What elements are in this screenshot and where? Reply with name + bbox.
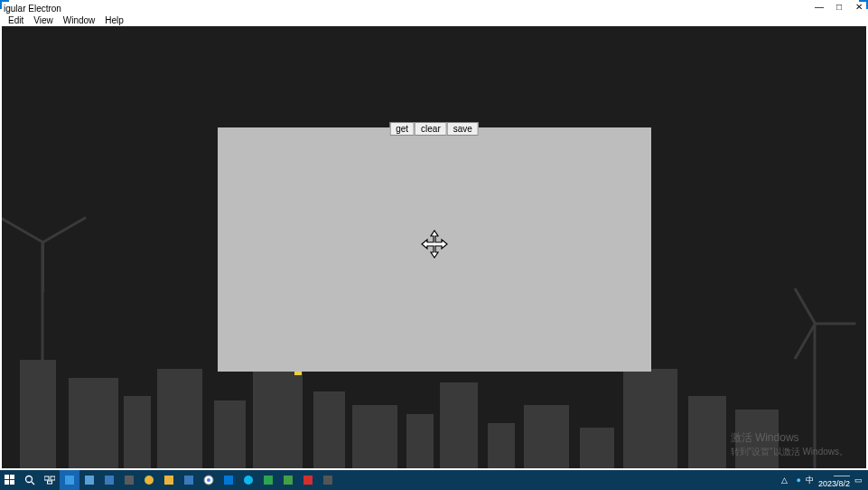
svg-rect-24 [323,476,332,485]
tray-icon[interactable]: ● [797,476,801,485]
maximize-button[interactable]: □ [834,2,845,12]
menubar: Edit View Window Help [2,14,866,26]
taskbar-app[interactable] [258,470,278,490]
watermark-line1: 激活 Windows [731,431,848,446]
taskbar-app[interactable] [99,470,119,490]
taskbar-app[interactable] [298,470,318,490]
svg-rect-9 [65,476,74,485]
svg-rect-3 [10,480,14,485]
svg-rect-15 [184,476,193,485]
app-content: get clear save 激活 Windows 转到"设置"以激活 Wind… [2,26,866,468]
taskbar-app[interactable] [119,470,139,490]
tray-overflow-icon[interactable]: △ [781,476,788,485]
window-title: igular Electron [4,4,61,14]
svg-rect-1 [10,475,14,479]
taskbar-app[interactable] [219,470,238,490]
save-button[interactable]: save [447,122,479,136]
activation-watermark: 激活 Windows 转到"设置"以激活 Windows。 [731,431,848,457]
start-button[interactable] [0,470,20,490]
svg-rect-19 [224,476,233,485]
watermark-line2: 转到"设置"以激活 Windows。 [731,446,848,457]
toolbar: get clear save [389,122,479,136]
taskbar-app[interactable] [139,470,159,490]
taskbar-app[interactable] [278,470,298,490]
taskbar-app[interactable] [79,470,99,490]
svg-rect-21 [264,476,273,485]
taskbar-app[interactable] [60,470,79,490]
svg-rect-7 [51,476,55,480]
taskbar-app[interactable] [179,470,199,490]
close-button[interactable]: ✕ [854,2,864,12]
svg-point-4 [26,476,33,483]
svg-rect-22 [284,476,293,485]
menu-help[interactable]: Help [100,15,128,25]
svg-rect-8 [48,481,52,484]
get-button[interactable]: get [389,122,415,136]
app-window: igular Electron — □ ✕ Edit View Window H… [2,2,866,468]
ime-indicator[interactable]: 中 [806,475,814,486]
search-icon[interactable] [20,470,40,490]
svg-point-20 [244,476,253,485]
svg-rect-6 [44,476,49,480]
taskbar[interactable]: △ ● 中 —— 2023/8/2 ▭ [0,470,868,490]
minimize-button[interactable]: — [814,2,825,12]
svg-rect-14 [164,476,173,485]
svg-rect-12 [125,476,134,485]
menu-edit[interactable]: Edit [4,15,28,25]
svg-point-18 [207,478,210,482]
clear-button[interactable]: clear [415,122,447,136]
menu-window[interactable]: Window [59,15,100,25]
svg-rect-0 [5,475,9,479]
svg-line-5 [32,482,34,485]
svg-rect-10 [85,476,94,485]
svg-rect-23 [303,476,313,485]
taskbar-app[interactable] [199,470,219,490]
taskbar-app[interactable] [238,470,258,490]
notification-center-icon[interactable]: ▭ [854,476,863,485]
clock-date: 2023/8/2 [818,480,850,488]
menu-view[interactable]: View [29,15,58,25]
canvas-area[interactable] [218,127,651,372]
taskbar-app[interactable] [318,470,338,490]
task-view-icon[interactable] [40,470,60,490]
titlebar[interactable]: igular Electron — □ ✕ [2,2,866,14]
taskbar-app[interactable] [159,470,179,490]
taskbar-clock[interactable]: —— 2023/8/2 [818,472,850,488]
svg-rect-11 [105,476,114,485]
svg-point-13 [145,476,154,485]
move-cursor-icon [419,229,450,261]
svg-rect-2 [5,480,9,485]
